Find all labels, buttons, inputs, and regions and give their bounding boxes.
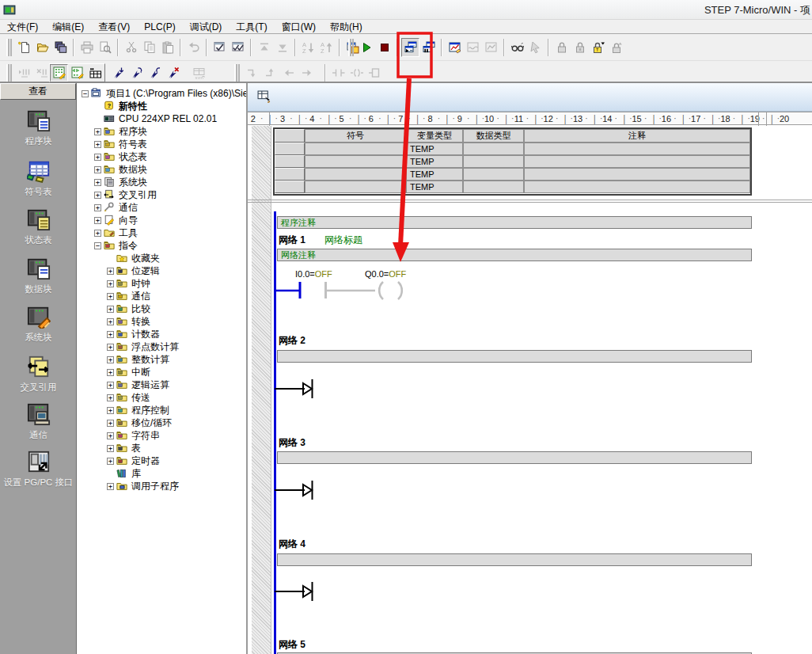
sidebar-item-set-pg-pc-interface[interactable]: 设置 PG/PC 接口 [0,450,77,489]
expand-expander-icon[interactable]: + [107,268,114,275]
lock-partial-button[interactable] [571,38,589,57]
sort-ascending-button[interactable]: AZ [299,38,317,57]
sidebar-item-data-block[interactable]: 数据块 [0,257,77,295]
stop-button[interactable] [375,38,393,57]
toolbar-grip[interactable] [6,39,12,56]
insert-vertical-button[interactable] [146,64,164,82]
expand-expander-icon[interactable]: + [94,192,101,199]
symbol-cell[interactable] [305,143,406,155]
tree-item[interactable]: +工具 [77,226,246,239]
copy-button[interactable] [140,38,158,57]
expand-expander-icon[interactable]: + [107,483,114,490]
expand-expander-icon[interactable]: + [94,217,101,224]
network-title[interactable]: 网络标题 [324,234,362,247]
toolbar-grip[interactable] [348,39,354,56]
expand-expander-icon[interactable]: + [107,407,114,414]
insert-contact-button[interactable] [329,64,347,82]
insert-row-button[interactable] [15,64,33,82]
expand-expander-icon[interactable]: + [94,128,101,135]
var-type-cell[interactable]: TEMP [406,168,463,181]
sidebar-item-communications[interactable]: 通信 [0,402,77,441]
sidebar-item-symbol-table[interactable]: 符号表 [0,159,77,198]
sidebar-item-cross-reference[interactable]: 交叉引用 [0,355,77,394]
row-header-cell[interactable] [275,168,305,181]
menu-item-tools[interactable]: 工具(T) [229,20,274,33]
lock-clear-button[interactable] [607,38,625,57]
expand-expander-icon[interactable]: + [94,154,101,161]
trend-view-button[interactable] [464,38,482,57]
expand-expander-icon[interactable]: + [107,293,114,300]
tree-item[interactable]: 收藏夹 [77,252,246,264]
data-type-cell[interactable] [463,155,524,168]
tree-item[interactable]: −项目1 (C:\Program Files (x86)\Sie [77,87,246,100]
comment-cell[interactable] [524,155,750,168]
tree-item[interactable]: +状态表 [77,150,246,163]
tree-item[interactable]: +计数器 [77,328,246,340]
expand-expander-icon[interactable]: + [107,458,114,465]
sort-descending-button[interactable]: AZ [317,38,336,57]
symbol-cell[interactable] [305,181,406,193]
cut-button[interactable] [122,38,140,57]
menu-item-view[interactable]: 查看(V) [91,20,137,33]
expand-expander-icon[interactable]: + [107,356,114,363]
comment-cell[interactable] [524,181,750,193]
column-header-var-type[interactable]: 变量类型 [406,129,463,143]
tree-item[interactable]: +程序块 [77,125,246,138]
expand-expander-icon[interactable]: + [107,369,114,376]
tree-item[interactable]: −指令 [77,239,246,252]
expand-expander-icon[interactable]: + [107,420,114,427]
navigation-bar-header[interactable]: 查看 [0,83,76,100]
var-type-cell[interactable]: TEMP [406,143,463,155]
collapse-expander-icon[interactable]: − [94,242,101,249]
tree-item[interactable]: +系统块 [77,176,246,188]
tree-item[interactable]: ?新特性 [77,100,246,112]
sidebar-item-status-chart[interactable]: 状态表 [0,207,77,246]
lock-all-button[interactable] [552,38,571,57]
data-type-cell[interactable] [463,181,524,193]
cursor-up-button[interactable] [261,64,279,82]
tree-item[interactable]: +数据块 [77,163,246,176]
expand-expander-icon[interactable]: + [107,382,114,389]
expand-expander-icon[interactable]: + [94,179,101,186]
symbol-cell[interactable] [305,168,406,181]
insert-branch-button[interactable] [127,64,146,82]
toolbar-grip[interactable] [6,64,12,82]
data-type-cell[interactable] [463,168,524,181]
comment-cell[interactable] [524,143,750,155]
symbol-info-table-button[interactable]: sym [188,64,211,82]
chart-status-button[interactable] [446,38,464,57]
expand-expander-icon[interactable]: + [107,432,114,439]
program-comment-bar[interactable]: 程序注释 [277,216,752,229]
tree-item[interactable]: +转换 [77,315,246,328]
var-type-cell[interactable]: TEMP [406,181,463,193]
tree-item[interactable]: +中断 [77,366,246,378]
tree-item[interactable]: +程序控制 [77,404,246,416]
tree-item[interactable]: +定时器 [77,454,246,467]
expand-expander-icon[interactable]: + [107,306,114,313]
column-header-symbol[interactable]: 符号 [305,129,406,143]
expand-expander-icon[interactable]: + [94,141,101,148]
insert-coil-button[interactable] [347,64,366,82]
tree-item[interactable]: +传送 [77,391,246,404]
comment-cell[interactable] [524,168,750,181]
open-button[interactable] [33,38,51,57]
new-button[interactable] [15,38,33,57]
save-button[interactable] [51,38,70,57]
tree-item[interactable]: CPU 224XP REL 02.01 [77,112,246,125]
row-header-cell[interactable] [275,143,305,155]
sidebar-item-system-block[interactable]: 系统块 [0,305,77,344]
table-ladder-splitter[interactable] [248,200,812,200]
network-comment-bar[interactable]: 网络注释 [277,249,752,261]
menu-item-file[interactable]: 文件(F) [0,20,45,33]
menu-item-help[interactable]: 帮助(H) [323,20,370,33]
tree-item[interactable]: +整数计算 [77,353,246,366]
print-preview-button[interactable] [96,38,114,57]
column-header-data-type[interactable]: 数据类型 [463,129,524,143]
program-status-button[interactable] [401,38,419,57]
tree-item[interactable]: +调用子程序 [77,480,246,492]
expand-expander-icon[interactable]: + [107,331,114,338]
compile-all-button[interactable] [229,38,247,57]
expand-expander-icon[interactable]: + [107,344,114,351]
expand-expander-icon[interactable]: + [94,166,101,173]
data-type-cell[interactable] [463,143,524,155]
